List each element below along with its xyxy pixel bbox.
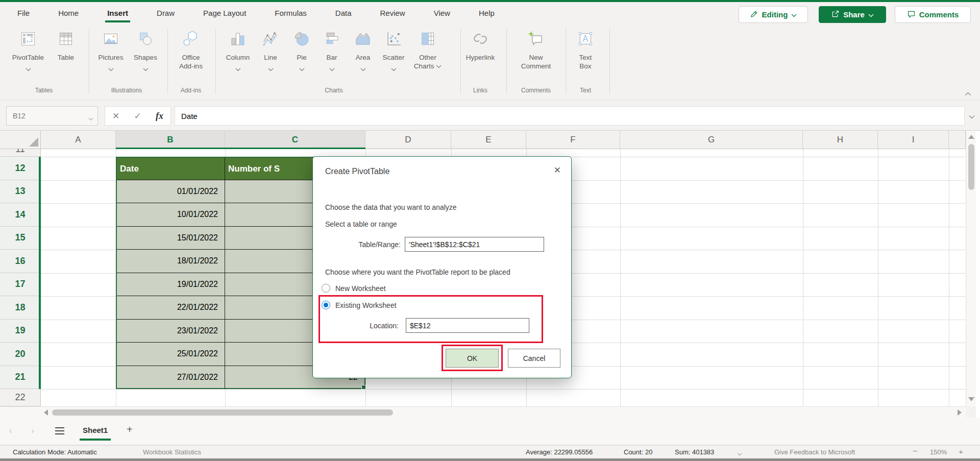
close-icon[interactable]: ✕	[554, 165, 561, 176]
row-header-19[interactable]: 19	[0, 320, 41, 343]
date-cell[interactable]: 22/01/2022	[117, 296, 225, 319]
cell-b12[interactable]: Date	[117, 158, 225, 180]
prev-sheet-icon[interactable]: ‹	[9, 426, 12, 436]
pencil-icon	[750, 10, 758, 20]
ribbon-group-divider	[506, 29, 507, 94]
select-all-corner[interactable]	[0, 131, 41, 149]
column-header-g[interactable]: G	[620, 131, 803, 149]
menu-tab-help[interactable]: Help	[479, 2, 495, 25]
zoom-out-icon[interactable]: −	[913, 447, 917, 456]
status-count[interactable]: Count: 20	[624, 448, 652, 456]
column-header-c[interactable]: C	[225, 131, 365, 149]
ribbon-item-label: NewComment	[521, 53, 551, 70]
chevron-down-icon	[868, 10, 874, 19]
vertical-scrollbar[interactable]	[966, 131, 976, 406]
column-header-f[interactable]: F	[526, 131, 620, 149]
fill-handle[interactable]	[361, 385, 366, 390]
existing-worksheet-radio[interactable]	[322, 301, 330, 309]
ribbon-new-comment-button[interactable]: NewComment	[511, 29, 560, 82]
calculation-mode[interactable]: Calculation Mode: Automatic	[13, 448, 97, 456]
date-cell[interactable]: 19/01/2022	[117, 273, 225, 296]
menu-tab-view[interactable]: View	[434, 2, 450, 25]
date-cell[interactable]: 25/01/2022	[117, 343, 225, 366]
row-header-11-partial[interactable]: 11	[0, 149, 41, 157]
ok-button[interactable]: OK	[446, 349, 499, 368]
gridline	[620, 149, 621, 406]
date-cell[interactable]: 15/01/2022	[117, 227, 225, 250]
gridline	[41, 389, 966, 390]
insert-function-icon[interactable]: fx	[156, 111, 163, 122]
ribbon-item-label: Hyperlink	[466, 53, 495, 62]
add-sheet-icon[interactable]: +	[127, 424, 133, 435]
sheet-list-icon[interactable]	[55, 427, 64, 434]
column-header-d[interactable]: D	[365, 131, 451, 149]
collapse-ribbon-icon[interactable]	[965, 89, 971, 98]
workbook-statistics[interactable]: Workbook Statistics	[143, 448, 201, 456]
date-cell[interactable]: 01/01/2022	[117, 180, 225, 203]
table-range-input[interactable]	[405, 237, 544, 252]
name-box[interactable]: B12	[6, 106, 98, 126]
editing-mode-button[interactable]: Editing	[739, 6, 808, 23]
share-button[interactable]: Share	[819, 6, 886, 23]
row-header-12[interactable]: 12	[0, 157, 41, 180]
ribbon-table-button[interactable]: Table	[41, 29, 90, 82]
cancel-entry-icon[interactable]: ✕	[112, 111, 119, 122]
ribbon-office-add-ins-button[interactable]: OfficeAdd-ins	[166, 29, 215, 82]
column-chart-icon	[228, 30, 248, 50]
ribbon-text-box-button[interactable]: TextBox	[561, 29, 610, 82]
comments-button[interactable]: Comments	[895, 6, 971, 23]
zoom-level[interactable]: 150%	[930, 448, 947, 456]
menu-tab-data[interactable]: Data	[335, 2, 352, 25]
feedback-link[interactable]: Give Feedback to Microsoft	[774, 448, 855, 456]
date-cell[interactable]: 23/01/2022	[117, 320, 225, 343]
row-header-17[interactable]: 17	[0, 273, 41, 297]
scroll-left-icon[interactable]	[44, 409, 48, 416]
date-cell[interactable]: 10/01/2022	[117, 203, 225, 226]
column-header-h[interactable]: H	[803, 131, 878, 149]
menu-tab-insert[interactable]: Insert	[107, 2, 128, 25]
menu-tab-page-layout[interactable]: Page Layout	[203, 2, 246, 25]
date-cell[interactable]: 27/01/2022	[117, 366, 225, 390]
ribbon-other-charts-button[interactable]: OtherCharts	[403, 29, 452, 82]
formula-input[interactable]: Date	[175, 106, 965, 126]
row-header-13[interactable]: 13	[0, 180, 41, 204]
sheet-tab-sheet1[interactable]: Sheet1	[76, 418, 115, 442]
row-header-18[interactable]: 18	[0, 296, 41, 320]
chevron-down-icon[interactable]	[737, 450, 742, 457]
column-header-i[interactable]: I	[878, 131, 949, 149]
column-header-b[interactable]: B	[116, 131, 225, 149]
ribbon-shapes-button[interactable]: Shapes	[121, 29, 170, 82]
horizontal-scroll-thumb[interactable]	[52, 409, 393, 416]
menu-tab-home[interactable]: Home	[58, 2, 79, 25]
horizontal-scrollbar[interactable]	[0, 406, 966, 418]
zoom-in-icon[interactable]: +	[959, 447, 963, 456]
menu-tab-review[interactable]: Review	[380, 2, 405, 25]
scroll-down-icon[interactable]	[968, 397, 974, 401]
new-worksheet-radio[interactable]	[322, 284, 330, 293]
expand-formula-bar-icon[interactable]	[969, 112, 975, 121]
ribbon-item-label: OfficeAdd-ins	[179, 53, 203, 70]
ribbon-hyperlink-button[interactable]: Hyperlink	[456, 29, 505, 82]
menu-tab-formulas[interactable]: Formulas	[275, 2, 307, 25]
status-average[interactable]: Average: 22299.05556	[526, 448, 593, 456]
scroll-up-icon[interactable]	[968, 135, 974, 139]
menu-tab-draw[interactable]: Draw	[157, 2, 175, 25]
column-header-e[interactable]: E	[451, 131, 526, 149]
menu-tab-file[interactable]: File	[17, 2, 30, 25]
row-header-16[interactable]: 16	[0, 250, 41, 273]
row-header-21[interactable]: 21	[0, 366, 41, 390]
row-header-22[interactable]: 22	[0, 389, 41, 406]
location-input[interactable]	[406, 318, 529, 333]
column-header-a[interactable]: A	[41, 131, 116, 149]
row-header-20[interactable]: 20	[0, 343, 41, 366]
date-cell[interactable]: 18/01/2022	[117, 250, 225, 273]
status-sum[interactable]: Sum: 401383	[675, 448, 714, 456]
vertical-scroll-thumb[interactable]	[968, 144, 974, 190]
scroll-right-icon[interactable]	[958, 409, 962, 416]
cancel-button[interactable]: Cancel	[508, 349, 560, 368]
enter-entry-icon[interactable]: ✓	[134, 111, 141, 122]
row-header-14[interactable]: 14	[0, 203, 41, 227]
next-sheet-icon[interactable]: ›	[31, 426, 34, 436]
formula-value: Date	[181, 112, 198, 120]
row-header-15[interactable]: 15	[0, 227, 41, 250]
